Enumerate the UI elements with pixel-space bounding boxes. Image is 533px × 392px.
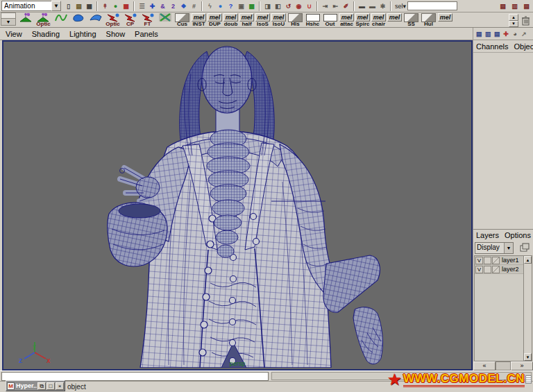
scroll-up-icon[interactable]: ▲	[524, 256, 532, 264]
channel-box-body[interactable]	[473, 53, 533, 229]
menu-options[interactable]: Options	[505, 231, 531, 239]
select-by-component-icon[interactable]: ▦	[121, 1, 131, 11]
pointer-icon[interactable]: ↗	[520, 29, 528, 39]
channel-manip-mode-icon[interactable]: ▥	[484, 29, 492, 39]
construction-history-icon[interactable]: ↺	[283, 1, 294, 11]
selection-mask-icon[interactable]: ☰	[137, 1, 147, 11]
menu-panels[interactable]: Panels	[135, 30, 158, 38]
scroll-left-icon[interactable]: «	[473, 361, 496, 370]
shelf-mel-b-button[interactable]: mel	[437, 12, 453, 27]
hypergraph-minimized-window[interactable]: M Hyper... ⧉□×	[6, 380, 65, 391]
layer-name[interactable]: layer1	[502, 257, 519, 264]
shelf-spirc-button[interactable]: melSpirc	[355, 12, 371, 27]
layer-display-dropdown[interactable]: Display ▼	[475, 242, 514, 254]
scroll-down-icon[interactable]: ▼	[524, 353, 532, 361]
shelf-his-button[interactable]: His	[287, 12, 304, 27]
toggle-tool-settings-icon[interactable]: ▥	[509, 1, 520, 11]
shelf-dup-button[interactable]: melDUP	[207, 12, 223, 27]
channel-slider-mode-icon[interactable]: ▤	[475, 29, 483, 39]
shelf-half-button[interactable]: melhalf	[239, 12, 255, 27]
layer-playback-toggle[interactable]	[484, 257, 491, 264]
trash-icon[interactable]	[521, 15, 530, 26]
layer-playback-toggle[interactable]	[484, 266, 491, 273]
chevron-down-icon[interactable]: ▼	[1, 19, 16, 26]
scroll-right-icon[interactable]: »	[511, 361, 533, 370]
layer-row[interactable]: Vlayer1	[475, 256, 523, 265]
chevron-down-icon[interactable]: ▼	[51, 1, 61, 11]
select-by-object-icon[interactable]: ●	[110, 1, 121, 11]
open-scene-icon[interactable]: ▤	[74, 1, 84, 11]
shelf-plant-a-button[interactable]	[17, 12, 35, 27]
shelf-curve-n-button[interactable]	[52, 12, 69, 27]
magnet-tool-icon[interactable]: ∪	[304, 1, 314, 11]
layer-color-swatch[interactable]	[492, 266, 500, 273]
shelf-doub-button[interactable]: meldoub	[223, 12, 239, 27]
new-scene-icon[interactable]: ▯	[63, 1, 74, 11]
snap-to-curve-icon[interactable]: &	[158, 1, 168, 11]
render-frame-icon[interactable]: ▬	[357, 1, 367, 11]
shelf-ss-button[interactable]: SS	[403, 12, 420, 27]
menu-object[interactable]: Object	[514, 42, 533, 51]
shelf-ft-button[interactable]: FT	[139, 12, 156, 27]
input-connections-icon[interactable]: ◨	[262, 1, 273, 11]
layers-vertical-scrollbar[interactable]: ▲ ▼	[523, 256, 532, 361]
shelf-hshc-button[interactable]: Hshc	[304, 12, 321, 27]
shelf-isou-button[interactable]: melIsoU	[271, 12, 287, 27]
shelf-mel-a-button[interactable]: mel	[387, 12, 403, 27]
toggle-channel-box-icon[interactable]: ▤	[521, 1, 532, 11]
enter-edit-mode-icon[interactable]: ⇥	[320, 1, 330, 11]
snap-to-point-icon[interactable]: 2	[168, 1, 178, 11]
convert-selection-icon[interactable]: ϟ	[205, 1, 215, 11]
shelf-surface-a-button[interactable]	[69, 12, 87, 27]
exit-edit-mode-icon[interactable]: ⇤	[330, 1, 341, 11]
shelf-hul-button[interactable]: Hul	[420, 12, 437, 27]
layer-visibility-toggle[interactable]: V	[475, 266, 483, 273]
snap-together-icon[interactable]: ◉	[294, 1, 304, 11]
select-hierarchy-icon[interactable]: ↟	[100, 1, 110, 11]
output-connections-icon[interactable]: ◧	[273, 1, 283, 11]
shelf-cp-button[interactable]: CP	[121, 12, 139, 27]
shelf-out-button[interactable]: Out	[321, 12, 339, 27]
shelf-chair-button[interactable]: melchair	[371, 12, 387, 27]
paint-sphere-icon[interactable]: ●	[215, 1, 226, 11]
render-globals-icon[interactable]: ✻	[378, 1, 388, 11]
menu-layers[interactable]: Layers	[476, 231, 499, 239]
quick-select-input[interactable]	[407, 1, 457, 10]
snap-to-grid-icon[interactable]: ✚	[147, 1, 158, 11]
save-scene-icon[interactable]: ▦	[84, 1, 94, 11]
layer-name[interactable]: layer2	[502, 266, 519, 273]
shelf-attac-button[interactable]: melattac	[339, 12, 355, 27]
menu-lighting[interactable]: Lighting	[69, 30, 96, 38]
layer-visibility-toggle[interactable]: V	[475, 257, 483, 264]
shelf-optic-button[interactable]: Optic	[104, 12, 121, 27]
menu-show[interactable]: Show	[106, 30, 126, 38]
shelf-scroll-up-icon[interactable]: ▲	[509, 14, 518, 21]
shelf-surface-b-button[interactable]	[87, 12, 104, 27]
close-button[interactable]: ×	[56, 382, 64, 390]
snap-to-plane-icon[interactable]: ❖	[178, 1, 189, 11]
menu-channels[interactable]: Channels	[476, 42, 508, 51]
ipr-render-icon[interactable]: ▬	[367, 1, 378, 11]
menu-mode-dropdown[interactable]: Animation ▼	[1, 1, 61, 11]
shelf-cross-button[interactable]	[156, 12, 174, 27]
layer-row[interactable]: Vlayer2	[475, 265, 523, 274]
shelf-isos-button[interactable]: melIsoS	[255, 12, 271, 27]
help-mode-icon[interactable]: ?	[226, 1, 236, 11]
perspective-viewport[interactable]: z x y persp	[2, 40, 473, 370]
quick-select-label[interactable]: sel▾	[395, 3, 406, 10]
toggle-attribute-editor-icon[interactable]: ▤	[498, 1, 508, 11]
create-layer-icon[interactable]	[519, 243, 530, 253]
lock-selection-icon[interactable]: ▣	[236, 1, 246, 11]
shelf-tab-switcher[interactable]: ▼	[1, 12, 16, 27]
shelf-scroll-down-icon[interactable]: ▼	[509, 21, 518, 28]
channel-speed-mode-icon[interactable]: ▤	[493, 29, 501, 39]
maximize-button[interactable]: □	[46, 382, 55, 390]
pie-display-icon[interactable]: ◕	[511, 29, 519, 39]
restore-button[interactable]: ⧉	[37, 382, 46, 390]
layers-horizontal-scrollbar[interactable]: « »	[473, 361, 533, 370]
shelf-cus-button[interactable]: Cus	[174, 12, 191, 27]
layer-color-swatch[interactable]	[492, 257, 500, 264]
chevron-down-icon[interactable]: ▼	[504, 243, 513, 253]
axis-display-icon[interactable]: ✚	[502, 29, 510, 39]
no-construction-icon[interactable]: ✐	[341, 1, 351, 11]
